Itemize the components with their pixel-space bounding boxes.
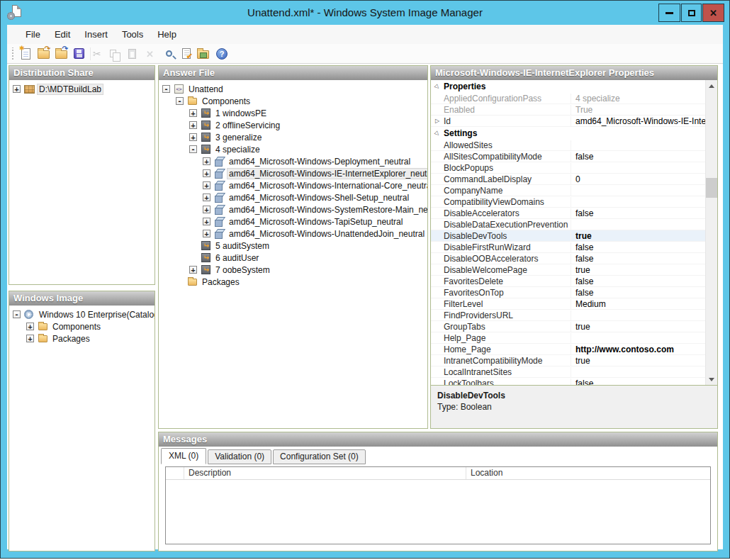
property-row[interactable]: DisableAccelerators false xyxy=(431,208,705,219)
property-row[interactable]: Enabled True xyxy=(431,104,705,116)
expander-icon[interactable] xyxy=(203,230,210,237)
toolbar-button[interactable] xyxy=(141,45,159,62)
property-value[interactable]: true xyxy=(571,265,705,275)
property-row[interactable]: DisableOOBAccelerators false xyxy=(431,253,705,264)
property-value[interactable]: true xyxy=(571,322,705,332)
property-value[interactable]: false xyxy=(571,276,705,286)
expander-icon[interactable] xyxy=(203,194,210,201)
property-row[interactable]: AllSitesCompatibilityMode false xyxy=(431,151,705,162)
property-row[interactable]: FilterLevel Medium xyxy=(431,298,705,310)
expander-icon[interactable] xyxy=(189,266,197,274)
expander-icon[interactable] xyxy=(203,181,210,189)
tree-item[interactable]: amd64_Microsoft-Windows-SystemRestore-Ma… xyxy=(159,203,427,215)
toolbar-button[interactable] xyxy=(52,45,70,62)
expander-icon[interactable] xyxy=(26,335,34,342)
menu-item[interactable]: File xyxy=(18,26,47,43)
property-row[interactable]: Home_Page http://www.contoso.com xyxy=(431,344,705,355)
menu-item[interactable]: Insert xyxy=(77,26,115,43)
expander-icon[interactable] xyxy=(26,323,34,330)
property-value[interactable]: false xyxy=(571,242,705,252)
property-row[interactable]: DisableDevTools true xyxy=(431,230,705,242)
tree-item[interactable]: amd64_Microsoft-Windows-International-Co… xyxy=(159,179,427,191)
property-value[interactable]: false xyxy=(571,152,705,162)
tree-item[interactable]: amd64_Microsoft-Windows-Deployment_neutr… xyxy=(159,155,427,167)
expander-icon[interactable] xyxy=(189,145,197,153)
property-value[interactable]: false xyxy=(571,254,705,264)
tree-item[interactable]: 3 generalize xyxy=(159,131,427,143)
expander-icon[interactable] xyxy=(203,206,210,213)
toolbar-button[interactable] xyxy=(17,45,35,62)
toolbar-button[interactable] xyxy=(35,45,52,62)
tree-item[interactable]: Windows 10 Enterprise(Catalog) xyxy=(9,308,155,320)
expander-icon[interactable] xyxy=(189,109,197,117)
expander-icon[interactable] xyxy=(203,169,210,177)
scrollbar-thumb[interactable] xyxy=(706,178,717,198)
property-value[interactable]: 0 xyxy=(571,174,705,184)
toolbar-button[interactable] xyxy=(106,45,123,62)
message-tab[interactable]: Validation (0) xyxy=(208,449,271,464)
menu-item[interactable]: Edit xyxy=(47,26,77,43)
property-row[interactable]: FindProvidersURL xyxy=(431,310,705,321)
property-value[interactable]: false xyxy=(571,379,705,386)
expander-icon[interactable] xyxy=(189,133,197,141)
tree-item[interactable]: D:\MDTBuildLab xyxy=(9,83,155,95)
tree-item[interactable]: 7 oobeSystem xyxy=(159,264,427,276)
property-row[interactable]: Id amd64_Microsoft-Windows-IE-InternetEx xyxy=(431,116,705,127)
property-row[interactable]: Help_Page xyxy=(431,332,705,344)
tree-item[interactable]: 6 auditUser xyxy=(159,252,427,264)
property-value[interactable]: Medium xyxy=(571,299,705,309)
property-row[interactable]: AllowedSites xyxy=(431,140,705,151)
row-expander-icon[interactable] xyxy=(431,118,444,124)
property-row[interactable]: IntranetCompatibilityMode true xyxy=(431,355,705,366)
expander-icon[interactable] xyxy=(189,121,197,129)
toolbar-button[interactable] xyxy=(159,45,176,62)
property-value[interactable]: http://www.contoso.com xyxy=(571,345,705,354)
message-tab[interactable]: XML (0) xyxy=(161,448,206,464)
toolbar-button[interactable] xyxy=(70,45,88,62)
property-row[interactable]: Settings xyxy=(431,127,705,140)
tree-item[interactable]: amd64_Microsoft-Windows-UnattendedJoin_n… xyxy=(159,228,427,240)
toolbar-button[interactable] xyxy=(88,45,106,62)
expander-icon[interactable] xyxy=(203,218,210,225)
property-row[interactable]: GroupTabs true xyxy=(431,321,705,332)
row-expander-icon[interactable] xyxy=(431,130,444,137)
toolbar-button[interactable] xyxy=(123,45,141,62)
tree-item[interactable]: 2 offlineServicing xyxy=(159,119,427,131)
tree-item[interactable]: 1 windowsPE xyxy=(159,107,427,119)
tree-item[interactable]: Components xyxy=(9,320,155,332)
property-row[interactable]: BlockPopups xyxy=(431,162,705,174)
property-row[interactable]: CommandLabelDisplay 0 xyxy=(431,174,705,185)
property-row[interactable]: CompanyName xyxy=(431,185,705,196)
tree-item[interactable]: 4 specialize xyxy=(159,143,427,155)
menu-item[interactable]: Tools xyxy=(115,26,150,43)
row-expander-icon[interactable] xyxy=(431,84,444,90)
property-row[interactable]: Properties xyxy=(431,80,705,93)
toolbar-button[interactable] xyxy=(176,45,194,62)
tree-item[interactable]: amd64_Microsoft-Windows-Shell-Setup_neut… xyxy=(159,191,427,203)
property-value[interactable]: false xyxy=(571,208,705,218)
message-tab[interactable]: Configuration Set (0) xyxy=(273,449,366,464)
toolbar-grip[interactable] xyxy=(11,47,15,60)
scrollbar[interactable] xyxy=(705,80,717,385)
maximize-button[interactable] xyxy=(681,4,702,22)
property-row[interactable]: DisableDataExecutionPrevention xyxy=(431,219,705,230)
toolbar-button[interactable] xyxy=(194,45,212,62)
tree-item[interactable]: amd64_Microsoft-Windows-TapiSetup_neutra… xyxy=(159,215,427,228)
property-value[interactable]: True xyxy=(571,105,705,115)
title-bar[interactable]: Unattend.xml* - Windows System Image Man… xyxy=(1,1,729,25)
tree-item[interactable]: amd64_Microsoft-Windows-IE-InternetExplo… xyxy=(159,167,427,179)
property-row[interactable]: FavoritesOnTop false xyxy=(431,287,705,298)
property-value[interactable]: true xyxy=(571,356,705,366)
scroll-up-icon[interactable] xyxy=(706,80,717,91)
property-row[interactable]: AppliedConfigurationPass 4 specialize xyxy=(431,93,705,104)
property-row[interactable]: LockToolbars false xyxy=(431,378,705,385)
toolbar-button[interactable] xyxy=(212,45,230,62)
property-row[interactable]: FavoritesDelete false xyxy=(431,276,705,287)
property-row[interactable]: DisableWelcomePage true xyxy=(431,264,705,276)
expander-icon[interactable] xyxy=(13,85,21,93)
tree-item[interactable]: Components xyxy=(159,95,427,107)
expander-icon[interactable] xyxy=(162,85,170,93)
property-row[interactable]: DisableFirstRunWizard false xyxy=(431,242,705,253)
tree-item[interactable]: Packages xyxy=(9,332,155,345)
property-value[interactable]: false xyxy=(571,288,705,298)
